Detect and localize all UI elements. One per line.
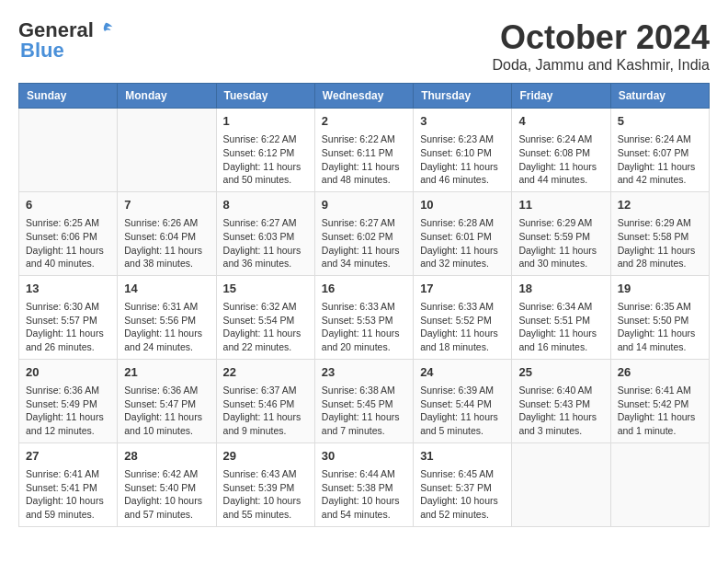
day-info: Sunrise: 6:24 AMSunset: 6:07 PMDaylight:… [618, 132, 702, 187]
calendar-cell [118, 109, 216, 192]
calendar-cell [19, 109, 118, 192]
calendar-cell: 13 Sunrise: 6:30 AMSunset: 5:57 PMDaylig… [19, 275, 118, 359]
day-number: 30 [322, 448, 406, 465]
day-info: Sunrise: 6:41 AMSunset: 5:41 PMDaylight:… [26, 467, 110, 522]
day-info: Sunrise: 6:39 AMSunset: 5:44 PMDaylight:… [420, 384, 505, 438]
calendar-cell: 22 Sunrise: 6:37 AMSunset: 5:46 PMDaylig… [216, 359, 314, 442]
day-info: Sunrise: 6:27 AMSunset: 6:03 PMDaylight:… [223, 216, 308, 270]
day-info: Sunrise: 6:44 AMSunset: 5:38 PMDaylight:… [322, 467, 406, 522]
day-info: Sunrise: 6:33 AMSunset: 5:53 PMDaylight:… [322, 300, 406, 354]
day-number: 10 [420, 197, 505, 213]
page-header: General Blue October 2024 Doda, Jammu an… [18, 18, 710, 74]
day-info: Sunrise: 6:22 AMSunset: 6:12 PMDaylight:… [223, 132, 308, 187]
day-number: 27 [26, 448, 110, 465]
day-info: Sunrise: 6:34 AMSunset: 5:51 PMDaylight:… [518, 300, 603, 354]
calendar-cell [610, 442, 709, 526]
calendar-cell: 28 Sunrise: 6:42 AMSunset: 5:40 PMDaylig… [118, 442, 216, 526]
day-number: 23 [322, 364, 406, 381]
calendar-cell: 26 Sunrise: 6:41 AMSunset: 5:42 PMDaylig… [610, 359, 709, 442]
calendar-cell: 27 Sunrise: 6:41 AMSunset: 5:41 PMDaylig… [19, 442, 118, 526]
day-info: Sunrise: 6:36 AMSunset: 5:49 PMDaylight:… [26, 384, 110, 438]
calendar-table: SundayMondayTuesdayWednesdayThursdayFrid… [18, 83, 710, 527]
day-info: Sunrise: 6:37 AMSunset: 5:46 PMDaylight:… [223, 384, 308, 438]
day-number: 13 [26, 281, 110, 297]
calendar-cell: 20 Sunrise: 6:36 AMSunset: 5:49 PMDaylig… [19, 359, 118, 442]
day-number: 7 [124, 197, 209, 213]
day-info: Sunrise: 6:22 AMSunset: 6:11 PMDaylight:… [322, 132, 406, 187]
day-info: Sunrise: 6:43 AMSunset: 5:39 PMDaylight:… [223, 467, 308, 522]
day-number: 1 [223, 113, 308, 130]
day-number: 9 [322, 197, 406, 213]
day-info: Sunrise: 6:41 AMSunset: 5:42 PMDaylight:… [618, 384, 702, 438]
day-info: Sunrise: 6:36 AMSunset: 5:47 PMDaylight:… [124, 384, 209, 438]
day-number: 2 [322, 113, 406, 130]
day-number: 21 [124, 364, 209, 381]
day-info: Sunrise: 6:42 AMSunset: 5:40 PMDaylight:… [124, 467, 209, 522]
calendar-cell: 6 Sunrise: 6:25 AMSunset: 6:06 PMDayligh… [19, 191, 118, 275]
calendar-header-tuesday: Tuesday [216, 84, 314, 109]
calendar-week-row: 13 Sunrise: 6:30 AMSunset: 5:57 PMDaylig… [19, 275, 710, 359]
day-number: 16 [322, 281, 406, 297]
calendar-header-monday: Monday [118, 84, 216, 109]
calendar-header-wednesday: Wednesday [314, 84, 413, 109]
day-number: 17 [420, 281, 505, 297]
day-info: Sunrise: 6:30 AMSunset: 5:57 PMDaylight:… [26, 300, 110, 354]
logo-bird-icon [96, 20, 116, 40]
day-number: 6 [26, 197, 110, 213]
calendar-cell: 7 Sunrise: 6:26 AMSunset: 6:04 PMDayligh… [118, 191, 216, 275]
day-info: Sunrise: 6:29 AMSunset: 5:58 PMDaylight:… [618, 216, 702, 270]
calendar-cell: 25 Sunrise: 6:40 AMSunset: 5:43 PMDaylig… [512, 359, 610, 442]
calendar-cell [512, 442, 610, 526]
title-section: October 2024 Doda, Jammu and Kashmir, In… [492, 18, 710, 74]
calendar-cell: 5 Sunrise: 6:24 AMSunset: 6:07 PMDayligh… [610, 109, 709, 192]
day-info: Sunrise: 6:31 AMSunset: 5:56 PMDaylight:… [124, 300, 209, 354]
day-info: Sunrise: 6:23 AMSunset: 6:10 PMDaylight:… [420, 132, 505, 187]
day-number: 19 [618, 281, 702, 297]
day-number: 8 [223, 197, 308, 213]
calendar-header-row: SundayMondayTuesdayWednesdayThursdayFrid… [19, 84, 710, 109]
calendar-week-row: 6 Sunrise: 6:25 AMSunset: 6:06 PMDayligh… [19, 191, 710, 275]
day-number: 5 [618, 113, 702, 130]
day-info: Sunrise: 6:24 AMSunset: 6:08 PMDaylight:… [518, 132, 603, 187]
calendar-cell: 3 Sunrise: 6:23 AMSunset: 6:10 PMDayligh… [414, 109, 512, 192]
day-number: 4 [518, 113, 603, 130]
day-info: Sunrise: 6:38 AMSunset: 5:45 PMDaylight:… [322, 384, 406, 438]
day-number: 31 [420, 448, 505, 465]
calendar-cell: 1 Sunrise: 6:22 AMSunset: 6:12 PMDayligh… [216, 109, 314, 192]
calendar-cell: 21 Sunrise: 6:36 AMSunset: 5:47 PMDaylig… [118, 359, 216, 442]
day-number: 29 [223, 448, 308, 465]
calendar-header-friday: Friday [512, 84, 610, 109]
day-info: Sunrise: 6:35 AMSunset: 5:50 PMDaylight:… [618, 300, 702, 354]
calendar-cell: 8 Sunrise: 6:27 AMSunset: 6:03 PMDayligh… [216, 191, 314, 275]
calendar-cell: 16 Sunrise: 6:33 AMSunset: 5:53 PMDaylig… [314, 275, 413, 359]
day-number: 24 [420, 364, 505, 381]
calendar-header-sunday: Sunday [19, 84, 118, 109]
day-number: 12 [618, 197, 702, 213]
calendar-cell: 15 Sunrise: 6:32 AMSunset: 5:54 PMDaylig… [216, 275, 314, 359]
calendar-cell: 17 Sunrise: 6:33 AMSunset: 5:52 PMDaylig… [414, 275, 512, 359]
calendar-week-row: 20 Sunrise: 6:36 AMSunset: 5:49 PMDaylig… [19, 359, 710, 442]
calendar-week-row: 1 Sunrise: 6:22 AMSunset: 6:12 PMDayligh… [19, 109, 710, 192]
day-info: Sunrise: 6:25 AMSunset: 6:06 PMDaylight:… [26, 216, 110, 270]
calendar-week-row: 27 Sunrise: 6:41 AMSunset: 5:41 PMDaylig… [19, 442, 710, 526]
calendar-cell: 19 Sunrise: 6:35 AMSunset: 5:50 PMDaylig… [610, 275, 709, 359]
day-info: Sunrise: 6:33 AMSunset: 5:52 PMDaylight:… [420, 300, 505, 354]
calendar-cell: 14 Sunrise: 6:31 AMSunset: 5:56 PMDaylig… [118, 275, 216, 359]
logo-blue: Blue [20, 39, 64, 63]
calendar-cell: 2 Sunrise: 6:22 AMSunset: 6:11 PMDayligh… [314, 109, 413, 192]
day-info: Sunrise: 6:27 AMSunset: 6:02 PMDaylight:… [322, 216, 406, 270]
day-info: Sunrise: 6:28 AMSunset: 6:01 PMDaylight:… [420, 216, 505, 270]
day-number: 11 [518, 197, 603, 213]
calendar-cell: 11 Sunrise: 6:29 AMSunset: 5:59 PMDaylig… [512, 191, 610, 275]
calendar-cell: 31 Sunrise: 6:45 AMSunset: 5:37 PMDaylig… [414, 442, 512, 526]
day-number: 3 [420, 113, 505, 130]
day-number: 20 [26, 364, 110, 381]
day-info: Sunrise: 6:40 AMSunset: 5:43 PMDaylight:… [518, 384, 603, 438]
calendar-cell: 29 Sunrise: 6:43 AMSunset: 5:39 PMDaylig… [216, 442, 314, 526]
day-number: 26 [618, 364, 702, 381]
calendar-cell: 23 Sunrise: 6:38 AMSunset: 5:45 PMDaylig… [314, 359, 413, 442]
calendar-cell: 12 Sunrise: 6:29 AMSunset: 5:58 PMDaylig… [610, 191, 709, 275]
day-number: 14 [124, 281, 209, 297]
day-info: Sunrise: 6:26 AMSunset: 6:04 PMDaylight:… [124, 216, 209, 270]
day-number: 25 [518, 364, 603, 381]
